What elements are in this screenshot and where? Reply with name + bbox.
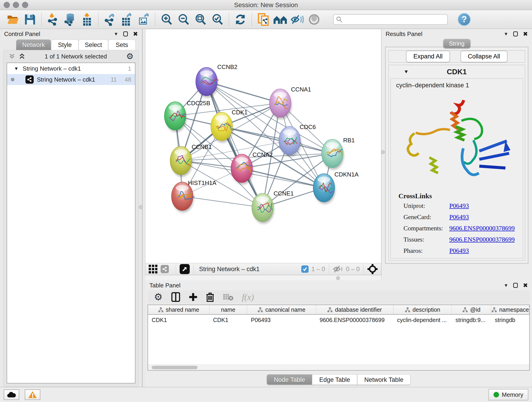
zoom-selected-button[interactable] (210, 12, 225, 27)
panel-maximize-icon[interactable] (513, 283, 518, 288)
import-table-button[interactable] (80, 12, 94, 27)
uniprot-link[interactable]: P06493 (449, 202, 469, 210)
crosslink-row: Tissues: 9606.ENSP00000378699 (399, 236, 523, 243)
expand-all-icon[interactable] (19, 53, 25, 60)
search-input[interactable] (343, 15, 447, 24)
results-panel-title: Results Panel (386, 31, 422, 38)
column-header[interactable]: namespace (491, 305, 529, 314)
import-network-file-button[interactable] (46, 12, 60, 27)
network-label: String Network – cdk1 (37, 76, 95, 83)
tab-select[interactable]: Select (79, 39, 108, 50)
gene-description: cyclin–dependent kinase 1 (391, 79, 523, 92)
delete-column-icon[interactable] (206, 292, 214, 302)
close-window-button[interactable] (4, 2, 10, 8)
panel-close-icon[interactable]: ✖ (523, 282, 528, 289)
home-networks-button[interactable] (273, 12, 287, 27)
tab-edge-table[interactable]: Edge Table (312, 374, 357, 385)
bottom-splitter-handle[interactable] (336, 276, 340, 280)
zoom-fit-button[interactable] (193, 12, 208, 27)
network-collection-row[interactable]: ▼ String Network – cdk1 1 (7, 63, 135, 74)
panel-float-icon[interactable]: ▼ (504, 283, 508, 288)
tab-network[interactable]: Network (16, 39, 51, 50)
panel-close-icon[interactable]: ✖ (133, 31, 138, 38)
import-network-database-button[interactable] (63, 12, 77, 27)
column-header[interactable]: canonical name (247, 305, 316, 314)
show-columns-icon[interactable] (171, 292, 180, 302)
collapse-all-icon[interactable] (8, 53, 15, 60)
expand-collapse-row: Expand All Collapse All (388, 51, 525, 63)
panel-float-icon[interactable]: ▼ (114, 32, 118, 37)
column-header[interactable]: shared name (148, 305, 209, 314)
genecard-link[interactable]: P06493 (449, 213, 469, 221)
app-window: Session: New Session (0, 0, 532, 402)
pharos-link[interactable]: P06493 (449, 247, 469, 254)
help-button[interactable]: ? (458, 13, 471, 26)
protein-structure-image (391, 92, 523, 191)
panel-float-icon[interactable]: ▼ (504, 32, 508, 37)
refresh-button[interactable] (233, 12, 247, 27)
tab-string[interactable]: String (443, 39, 470, 48)
collapse-all-button[interactable]: Collapse All (461, 51, 507, 62)
maximize-window-button[interactable] (22, 2, 28, 8)
status-orb-button[interactable] (307, 12, 321, 27)
panel-maximize-icon[interactable] (123, 32, 128, 36)
column-header[interactable]: description (393, 305, 452, 314)
gene-caret-icon[interactable]: ▼ (404, 69, 409, 75)
cloud-status-button[interactable] (4, 389, 19, 400)
table-horizontal-scrollbar[interactable] (148, 365, 529, 370)
fit-content-crosshair-icon[interactable] (367, 264, 378, 274)
scrollbar-thumb[interactable] (152, 366, 197, 369)
table-row[interactable]: CDK1 CDK1 P06493 9606.ENSP00000378699 cy… (148, 315, 529, 325)
network-options-gear-icon[interactable]: ⚙ (126, 52, 133, 61)
tab-sets[interactable]: Sets (108, 39, 136, 50)
collection-caret-icon[interactable]: ▼ (14, 66, 19, 71)
column-header[interactable]: database identifier (316, 305, 393, 314)
gene-section-header[interactable]: ▼ CDK1 (389, 65, 525, 78)
hidden-node-edge-count: 0 – 0 (346, 266, 360, 273)
left-splitter-handle[interactable] (139, 205, 143, 209)
expand-all-button[interactable]: Expand All (406, 51, 450, 62)
warning-status-button[interactable] (25, 389, 40, 400)
compartments-link[interactable]: 9606.ENSP00000378699 (449, 225, 515, 232)
refresh-icon (234, 13, 246, 26)
birdseye-view-icon[interactable] (180, 264, 190, 274)
network-canvas[interactable]: CCNB2CCNA1CDC25BCDK1CDC6RB1CCNB1CCNA2CDK… (145, 29, 381, 263)
panel-close-icon[interactable]: ✖ (523, 31, 528, 38)
network-graph[interactable]: CCNB2CCNA1CDC25BCDK1CDC6RB1CCNB1CCNA2CDK… (146, 29, 381, 263)
tissues-link[interactable]: 9606.ENSP00000378699 (449, 236, 515, 243)
export-image-button[interactable] (137, 12, 151, 27)
tab-style[interactable]: Style (51, 39, 79, 50)
network-current-dot (11, 78, 14, 81)
network-row[interactable]: String Network – cdk1 11 48 (7, 74, 135, 85)
export-table-button[interactable] (120, 12, 134, 27)
toolbar-separator (41, 13, 42, 26)
column-header[interactable]: @id (452, 305, 491, 314)
tab-network-table[interactable]: Network Table (357, 374, 411, 385)
table-toolbar: ⚙ (147, 290, 530, 304)
export-network-button[interactable] (103, 12, 117, 27)
open-session-button[interactable] (6, 12, 20, 27)
panel-maximize-icon[interactable] (513, 32, 518, 36)
network-tree: ▼ String Network – cdk1 1 String Network… (7, 63, 135, 383)
memory-button[interactable]: Memory (488, 389, 528, 400)
selected-checkbox[interactable] (301, 265, 309, 273)
tab-node-table[interactable]: Node Table (267, 374, 312, 385)
column-header[interactable]: name (209, 305, 247, 314)
right-splitter-handle[interactable] (381, 150, 385, 154)
results-panel: Results Panel ▼ ✖ String Expand All Coll… (381, 29, 532, 280)
crosslink-row: Compartments: 9606.ENSP00000378699 (399, 225, 523, 232)
zoom-out-button[interactable] (177, 12, 191, 27)
duplicate-network-button[interactable] (256, 12, 270, 27)
save-session-button[interactable] (23, 12, 37, 27)
crosslink-label: Tissues: (404, 236, 449, 243)
network-grid-view-icon[interactable] (149, 265, 157, 274)
separator (193, 264, 194, 274)
add-column-icon[interactable] (189, 293, 197, 301)
horizontal-splitter[interactable] (145, 275, 381, 280)
svg-text:CDK1: CDK1 (232, 109, 247, 116)
zoom-in-button[interactable] (159, 12, 174, 27)
minimize-window-button[interactable] (13, 2, 19, 8)
table-options-gear-icon[interactable]: ⚙ (154, 292, 163, 302)
show-hide-button[interactable] (290, 12, 304, 27)
network-share-view-icon[interactable] (161, 265, 169, 273)
